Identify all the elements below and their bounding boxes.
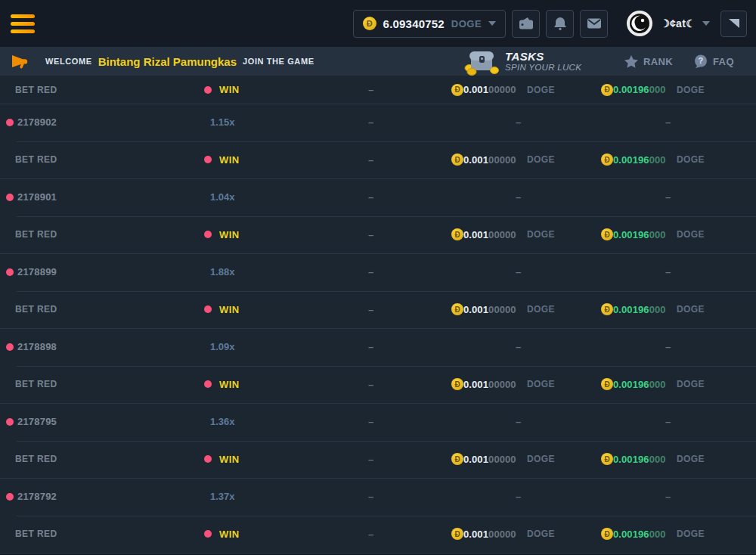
- profit-currency: DOGE: [677, 379, 705, 389]
- user-menu[interactable]: ☽¢at☾: [626, 10, 710, 37]
- profit-amount: 0.00196000: [613, 379, 677, 390]
- bet-currency: DOGE: [527, 454, 555, 464]
- bet-row[interactable]: BET RED WIN – Ð 0.00100000 DOGE Ð 0.0019…: [0, 291, 756, 329]
- doge-coin-icon: Ð: [451, 153, 463, 166]
- bets-table: BET RED WIN – Ð 0.00100000 DOGE Ð 0.0019…: [0, 76, 756, 553]
- bet-amount-dim: 00000: [488, 84, 516, 95]
- rank-link[interactable]: RANK: [624, 47, 673, 76]
- empty-value: –: [368, 304, 373, 315]
- empty-value: –: [665, 341, 671, 352]
- doge-coin-icon: Ð: [451, 228, 463, 240]
- bet-amount-main: 0.001: [463, 304, 488, 315]
- red-dot-icon: [204, 231, 212, 238]
- multiplier: 1.09x: [204, 341, 235, 352]
- bet-currency: DOGE: [527, 379, 555, 389]
- game-row[interactable]: 2178901 1.04x – – –: [0, 178, 756, 216]
- red-dot-icon: [6, 343, 14, 351]
- username: ☽¢at☾: [660, 17, 696, 29]
- profit-amount: 0.00196000: [613, 229, 677, 240]
- bet-label: BET RED: [6, 304, 57, 315]
- panel-toggle-button[interactable]: [720, 11, 747, 37]
- bet-result: WIN: [219, 304, 239, 315]
- empty-value: –: [665, 491, 671, 502]
- doge-coin-icon: Ð: [601, 303, 613, 315]
- bet-amount: 0.00100000: [463, 304, 527, 315]
- megaphone-icon: [11, 53, 29, 70]
- multiplier: 1.15x: [204, 116, 235, 128]
- bet-amount-main: 0.001: [463, 229, 488, 240]
- bet-amount-main: 0.001: [463, 379, 488, 390]
- game-id: 2178792: [17, 491, 57, 502]
- profit-dim: 000: [649, 229, 666, 240]
- bet-currency: DOGE: [527, 304, 555, 315]
- bet-amount: 0.00100000: [463, 529, 527, 540]
- game-row[interactable]: 2178795 1.36x – – –: [0, 403, 756, 441]
- bet-row[interactable]: BET RED WIN – Ð 0.00100000 DOGE Ð 0.0019…: [0, 441, 756, 479]
- bet-amount: 0.00100000: [463, 454, 527, 465]
- bet-amount-main: 0.001: [463, 454, 488, 465]
- profit-currency: DOGE: [677, 304, 705, 315]
- avatar: [626, 10, 653, 37]
- empty-value: –: [516, 266, 521, 278]
- svg-text:?: ?: [698, 56, 703, 65]
- empty-value: –: [665, 416, 671, 427]
- wallet-button[interactable]: [512, 10, 540, 38]
- menu-icon: [11, 29, 35, 33]
- bet-row[interactable]: BET RED WIN – Ð 0.00100000 DOGE Ð 0.0019…: [0, 516, 756, 553]
- chevron-down-icon: [488, 21, 496, 26]
- profit-dim: 000: [649, 454, 666, 465]
- bet-amount-dim: 00000: [488, 154, 516, 166]
- profit-currency: DOGE: [677, 229, 705, 240]
- empty-value: –: [516, 341, 521, 352]
- game-row[interactable]: 2178902 1.15x – – –: [0, 104, 756, 141]
- bet-row[interactable]: BET RED WIN – Ð 0.00100000 DOGE Ð 0.0019…: [0, 76, 756, 104]
- faq-link[interactable]: ? FAQ: [694, 47, 734, 76]
- balance-selector[interactable]: Ð 6.09340752 DOGE: [353, 10, 507, 38]
- wallet-icon: [519, 16, 534, 31]
- empty-value: –: [368, 154, 373, 166]
- multiplier: 1.37x: [204, 491, 235, 502]
- profit-main: 0.00196: [613, 379, 649, 390]
- bet-currency: DOGE: [527, 85, 555, 95]
- welcome-suffix: JOIN THE GAME: [243, 57, 314, 66]
- empty-value: –: [665, 266, 671, 278]
- profit-main: 0.00196: [613, 529, 649, 540]
- doge-coin-icon: Ð: [601, 228, 613, 240]
- bet-amount-dim: 00000: [488, 379, 516, 390]
- profit-main: 0.00196: [613, 84, 649, 95]
- profit-main: 0.00196: [613, 154, 649, 166]
- empty-value: –: [368, 454, 373, 465]
- bet-currency: DOGE: [527, 529, 555, 539]
- game-row[interactable]: 2178898 1.09x – – –: [0, 328, 756, 366]
- empty-value: –: [368, 116, 373, 128]
- bet-amount-dim: 00000: [488, 529, 516, 540]
- messages-button[interactable]: [580, 10, 608, 38]
- bet-currency: DOGE: [527, 154, 555, 165]
- doge-coin-icon: Ð: [601, 528, 613, 540]
- panel-toggle-icon: [727, 17, 741, 30]
- chevron-down-icon: [702, 21, 710, 26]
- bet-label: BET RED: [6, 379, 57, 389]
- menu-button[interactable]: [11, 14, 35, 33]
- red-dot-icon: [204, 305, 212, 313]
- bet-row[interactable]: BET RED WIN – Ð 0.00100000 DOGE Ð 0.0019…: [0, 366, 756, 404]
- empty-value: –: [368, 341, 373, 352]
- bet-amount-main: 0.001: [463, 529, 488, 540]
- bet-result: WIN: [219, 84, 239, 95]
- red-dot-icon: [6, 119, 14, 126]
- empty-value: –: [368, 529, 373, 540]
- bet-row[interactable]: BET RED WIN – Ð 0.00100000 DOGE Ð 0.0019…: [0, 141, 756, 179]
- profit-currency: DOGE: [677, 454, 705, 464]
- game-row[interactable]: 2178899 1.88x – – –: [0, 253, 756, 291]
- tasks-link[interactable]: TASKS SPIN YOUR LUCK: [464, 47, 581, 76]
- doge-coin-icon: Ð: [601, 378, 613, 390]
- empty-value: –: [516, 416, 521, 427]
- game-row[interactable]: 2178792 1.37x – – –: [0, 478, 756, 516]
- multiplier: 1.36x: [204, 416, 235, 427]
- welcome-player-name[interactable]: Bintang Rizal Pamungkas: [98, 55, 237, 68]
- bet-row[interactable]: BET RED WIN – Ð 0.00100000 DOGE Ð 0.0019…: [0, 216, 756, 254]
- bet-label: BET RED: [6, 454, 57, 464]
- doge-coin-icon: Ð: [601, 453, 613, 465]
- notifications-button[interactable]: [546, 10, 574, 38]
- red-dot-icon: [6, 418, 14, 426]
